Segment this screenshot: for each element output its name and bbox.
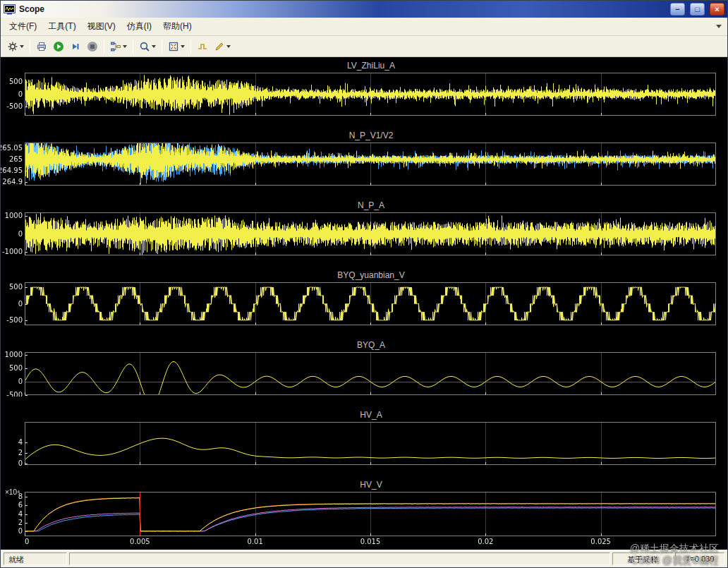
- menu-view[interactable]: 视图(V): [82, 18, 121, 35]
- plot-canvas-n-p-v1v2[interactable]: [1, 142, 727, 187]
- status-ready: 就绪: [4, 552, 67, 565]
- printer-icon: [36, 41, 47, 52]
- close-button[interactable]: ×: [710, 3, 724, 16]
- plot-title-byq-a: BYQ_A: [1, 340, 727, 351]
- trigger-icon: [197, 41, 208, 52]
- fit-to-view-button[interactable]: [165, 38, 188, 55]
- maximize-button[interactable]: □: [690, 3, 705, 16]
- scope-window: Scope − □ × 文件(F) 工具(T) 视图(V) 仿真(I) 帮助(H…: [0, 0, 728, 568]
- toolbar-separator: [162, 40, 162, 54]
- run-icon: [53, 41, 64, 52]
- step-forward-icon: [70, 41, 81, 52]
- plot-title-lv-zhiliu-a: LV_ZhiLiu_A: [1, 61, 727, 72]
- plot-title-n-p-a: N_P_A: [1, 200, 727, 212]
- titlebar[interactable]: Scope − □ ×: [1, 1, 727, 18]
- scope-parameters-button[interactable]: [4, 38, 27, 55]
- signal-selector-icon: [110, 41, 121, 52]
- window-title: Scope: [19, 4, 44, 14]
- plot-block-hv-v: HV_V ×10⁴: [1, 480, 727, 548]
- plot-title-n-p-v1v2: N_P_V1/V2: [1, 131, 727, 142]
- run-button[interactable]: [50, 38, 67, 55]
- plot-canvas-byq-a[interactable]: [1, 351, 727, 397]
- trigger-button[interactable]: [194, 38, 211, 55]
- menu-simulation[interactable]: 仿真(I): [121, 18, 157, 35]
- plot-block-n-p-a: N_P_A: [1, 200, 727, 257]
- statusbar: 就绪 基于采样 T=0.030: [1, 550, 727, 567]
- fit-to-view-icon: [168, 41, 179, 52]
- toolbar-separator: [30, 40, 30, 54]
- plot-block-byq-a: BYQ_A: [1, 340, 727, 397]
- toolbar-separator: [104, 40, 104, 54]
- plot-canvas-n-p-a[interactable]: [1, 212, 727, 257]
- plot-canvas-byq-yuanbian-v[interactable]: [1, 282, 727, 327]
- line-style-button[interactable]: [211, 38, 233, 55]
- status-message-area: [69, 552, 610, 565]
- toolbar-separator: [190, 40, 191, 54]
- menubar-overflow-icon[interactable]: [716, 25, 722, 28]
- plot-title-byq-yuanbian-v: BYQ_yuanbian_V: [1, 270, 727, 282]
- plot-block-byq-yuanbian-v: BYQ_yuanbian_V: [1, 270, 727, 327]
- plot-block-n-p-v1v2: N_P_V1/V2: [1, 131, 727, 187]
- plot-title-hv-v: HV_V: [1, 480, 727, 491]
- minimize-button[interactable]: −: [670, 3, 685, 16]
- menu-help[interactable]: 帮助(H): [157, 18, 198, 35]
- signal-selector-button[interactable]: [107, 38, 130, 55]
- scope-app-icon: [4, 4, 16, 15]
- pencil-icon: [214, 41, 225, 52]
- plot-canvas-hv-v[interactable]: [1, 491, 727, 548]
- menu-file[interactable]: 文件(F): [4, 18, 42, 35]
- plot-block-lv-zhiliu-a: LV_ZhiLiu_A: [1, 61, 727, 117]
- chevron-down-icon: [152, 45, 156, 48]
- scope-display-area: LV_ZhiLiu_A N_P_V1/V2 N_P_A BYQ_yuanbian…: [1, 57, 727, 550]
- magnifier-icon: [139, 41, 150, 52]
- chevron-down-icon: [181, 45, 185, 48]
- print-button[interactable]: [33, 38, 50, 55]
- chevron-down-icon: [20, 45, 24, 48]
- menu-tools[interactable]: 工具(T): [42, 18, 81, 35]
- plot-title-hv-a: HV_A: [1, 410, 727, 421]
- y-axis-exponent-label: ×10⁴: [5, 488, 20, 496]
- chevron-down-icon: [123, 45, 127, 48]
- plot-block-hv-a: HV_A: [1, 410, 727, 466]
- gear-icon: [7, 41, 18, 52]
- status-sim-time: T=0.030: [675, 552, 724, 565]
- menubar: 文件(F) 工具(T) 视图(V) 仿真(I) 帮助(H): [1, 18, 727, 36]
- toolbar: [1, 36, 727, 57]
- stop-button[interactable]: [84, 38, 101, 55]
- chevron-down-icon: [226, 45, 231, 48]
- toolbar-separator: [133, 40, 133, 54]
- stop-icon: [87, 41, 98, 52]
- status-sample-mode: 基于采样: [612, 552, 673, 565]
- step-forward-button[interactable]: [67, 38, 84, 55]
- plot-canvas-hv-a[interactable]: [1, 421, 727, 466]
- zoom-button[interactable]: [136, 38, 159, 55]
- plot-canvas-lv-zhiliu-a[interactable]: [1, 72, 727, 117]
